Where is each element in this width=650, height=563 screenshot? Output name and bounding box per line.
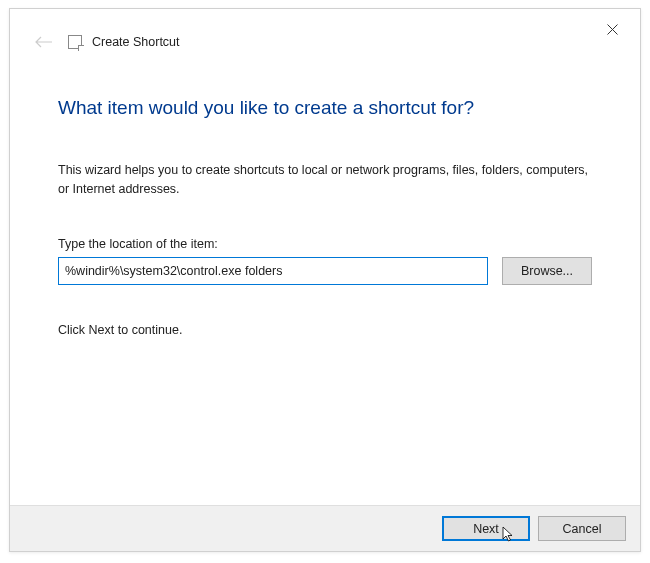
dialog-header: Create Shortcut [10,9,640,53]
dialog-footer: Next Cancel [10,505,640,551]
location-label: Type the location of the item: [58,237,592,251]
dialog-title: Create Shortcut [92,35,180,49]
close-icon [607,24,618,35]
next-button[interactable]: Next [442,516,530,541]
shortcut-icon [68,35,82,49]
location-row: Browse... [58,257,592,285]
create-shortcut-dialog: Create Shortcut What item would you like… [9,8,641,552]
dialog-content: What item would you like to create a sho… [10,53,640,337]
browse-button[interactable]: Browse... [502,257,592,285]
page-heading: What item would you like to create a sho… [58,97,592,119]
location-input[interactable] [58,257,488,285]
cancel-button[interactable]: Cancel [538,516,626,541]
close-button[interactable] [596,17,628,41]
wizard-description: This wizard helps you to create shortcut… [58,161,592,199]
continue-instruction: Click Next to continue. [58,323,592,337]
back-arrow-icon [35,36,53,48]
back-button [34,32,54,52]
